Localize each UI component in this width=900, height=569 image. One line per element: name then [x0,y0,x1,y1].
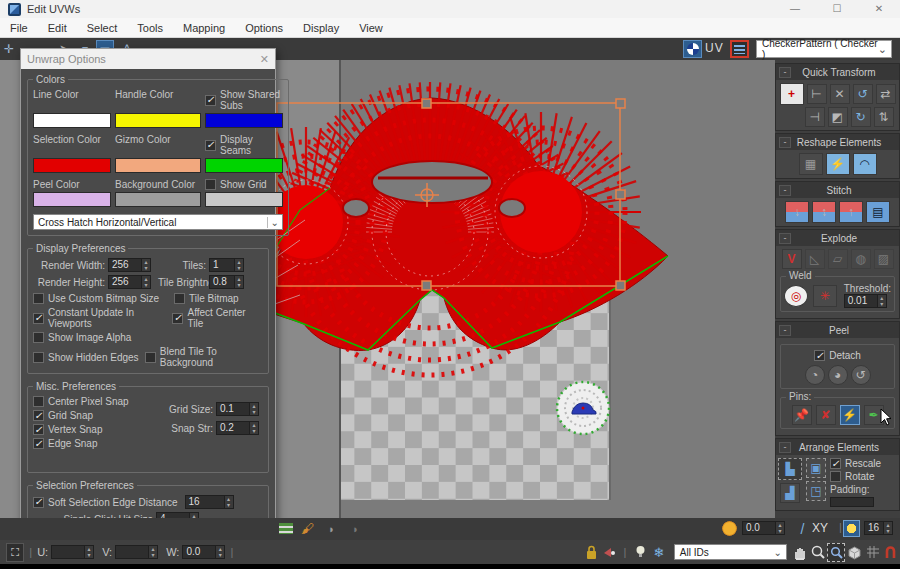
menu-display[interactable]: Display [293,18,349,38]
collapse-button[interactable]: - [779,137,791,148]
brush-size-spinner[interactable]: 16 ▴▾ [864,521,893,535]
dialog-close-icon[interactable]: ✕ [260,53,269,66]
target-weld-icon[interactable]: ◎ [784,285,808,307]
v-spinner[interactable]: ▴▾ [115,545,158,559]
render-height-spinner[interactable]: 256▴▾ [108,275,151,289]
uv-space-label[interactable]: UV [705,41,724,55]
align-pivot-icon[interactable]: + [780,83,804,105]
detach-checkbox[interactable]: ✓ [814,350,825,361]
pack-normalize-icon[interactable]: ▙ [778,458,802,480]
u-spinner[interactable]: ▴▾ [51,545,94,559]
rescale-checkbox[interactable]: ✓ [830,458,841,469]
stitch-to-source-icon[interactable]: ↕ [812,201,836,223]
material-id-dropdown[interactable]: All IDs ⌄ [674,544,787,560]
collapse-button[interactable]: - [779,442,791,453]
peel-mode-icon[interactable]: ◕ [828,365,848,385]
freeze-icon[interactable]: ❄ [650,543,668,562]
zoom-extents-icon[interactable] [845,543,863,562]
layers-icon[interactable] [276,519,295,538]
pack-together-icon[interactable]: ▟ [780,483,800,503]
rotate-cw-icon[interactable]: ↻ [851,107,871,127]
pin-show-icon[interactable]: ⚡ [840,405,860,425]
lightbulb-icon[interactable] [631,543,649,562]
collapse-button[interactable]: - [779,325,791,336]
background-color-swatch[interactable] [115,192,201,207]
collapse-button[interactable]: - [779,233,791,244]
menu-edit[interactable]: Edit [38,18,77,38]
menu-mapping[interactable]: Mapping [173,18,235,38]
w-spinner[interactable]: 0.0▴▾ [182,545,225,559]
collapse-button[interactable]: - [779,67,791,78]
affect-center-tile-checkbox[interactable]: ✓ [172,313,183,324]
highlight-selection-icon[interactable] [600,543,618,562]
menu-file[interactable]: File [0,18,38,38]
snap-str-spinner[interactable]: 0.2▴▾ [216,421,259,435]
straighten-selection-icon[interactable]: ◠ [853,153,877,175]
vertex-snap-checkbox[interactable]: ✓ [33,424,44,435]
rescale-elements-icon[interactable]: ◳ [806,481,826,501]
grid-snap-icon[interactable] [864,543,882,562]
line-color-swatch[interactable] [33,113,111,128]
relax-until-flat-icon[interactable]: ⚡ [826,153,850,175]
selection-color-swatch[interactable] [33,158,111,173]
menu-select[interactable]: Select [77,18,128,38]
menu-options[interactable]: Options [235,18,293,38]
magnet-icon[interactable] [882,543,900,562]
paint-fade-icon[interactable]: ◗ [346,519,365,538]
edge-snap-checkbox[interactable]: ✓ [33,438,44,449]
render-width-spinner[interactable]: 256▴▾ [108,258,151,272]
brush-falloff-icon[interactable] [843,520,860,537]
align-element-icon[interactable]: ◩ [828,107,848,127]
seams-color-swatch[interactable] [205,158,283,173]
maximize-button[interactable]: ☐ [816,0,858,18]
constant-update-checkbox[interactable]: ✓ [33,313,44,324]
stitch-custom-icon[interactable]: ↓ [785,201,809,223]
menu-view[interactable]: View [349,18,393,38]
display-seams-checkbox[interactable]: ✓ [205,140,216,151]
falloff-icon[interactable] [722,521,737,536]
hatch-pattern-dropdown[interactable]: Cross Hatch Horizontal/Vertical ⌄ [33,214,283,230]
space-horizontal-icon[interactable]: ⇄ [876,84,896,104]
soft-selection-checkbox[interactable]: ✓ [33,497,44,508]
rotate-ccw-icon[interactable]: ↺ [853,84,873,104]
pin-remove-icon[interactable]: ✘ [816,405,836,425]
padding-field[interactable] [830,497,874,507]
grid-size-spinner[interactable]: 0.1▴▾ [216,402,259,416]
map-channel-list-icon[interactable] [730,40,749,58]
pin-move-icon[interactable]: 📌 [792,405,812,425]
quick-peel-icon[interactable]: ◔ [805,365,825,385]
show-hidden-edges-checkbox[interactable]: ✓ [33,352,44,363]
relax-icon[interactable]: ▦ [799,153,823,175]
pinned-uv-element[interactable] [557,382,609,434]
tile-brightness-spinner[interactable]: 0.8▴▾ [209,275,244,289]
peel-color-swatch[interactable] [33,192,111,207]
pan-hand-icon[interactable] [791,543,809,562]
move-icon[interactable]: ✛ [0,40,18,58]
break-icon[interactable]: V [782,249,802,269]
pattern-dropdown[interactable]: CheckerPattern ( Checker ) ⌄ [756,40,892,58]
align-to-edge-icon[interactable]: ✕ [830,84,850,104]
dialog-titlebar[interactable]: Unwrap Options ✕ [21,49,275,69]
use-custom-bitmap-checkbox[interactable]: ✓ [33,293,44,304]
close-button[interactable]: ✕ [858,0,900,18]
lock-selection-icon[interactable] [582,543,600,562]
blend-tile-checkbox[interactable]: ✓ [145,352,156,363]
menu-tools[interactable]: Tools [127,18,173,38]
grid-snap-checkbox[interactable]: ✓ [33,410,44,421]
handle-color-swatch[interactable] [115,113,201,128]
weld-selected-icon[interactable]: ✳ [813,285,837,307]
center-pixel-snap-checkbox[interactable]: ✓ [33,396,44,407]
rotate-checkbox[interactable]: ✓ [830,471,841,482]
paint-brush-icon[interactable]: 🖌 [298,519,317,538]
grid-color-swatch[interactable] [205,192,283,207]
edge-mode-icon[interactable]: / [793,519,812,538]
flatten-by-smoothing-icon[interactable]: ▱ [828,249,848,269]
soft-selection-spinner[interactable]: 16▴▾ [185,495,234,509]
flatten-custom-icon[interactable]: ▨ [874,249,894,269]
absolute-mode-icon[interactable]: ⛶ [6,543,24,562]
tiles-spinner[interactable]: 1▴▾ [209,258,244,272]
show-image-alpha-checkbox[interactable]: ✓ [33,332,44,343]
xy-space-label[interactable]: XY [812,521,828,535]
flatten-by-angle-icon[interactable]: ◺ [805,249,825,269]
zoom-region-icon[interactable] [827,543,845,562]
